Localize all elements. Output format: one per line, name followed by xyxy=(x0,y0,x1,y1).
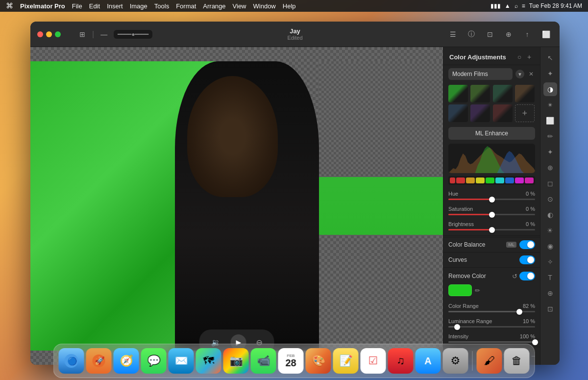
menu-format[interactable]: Format xyxy=(176,2,196,10)
thumbnail-6[interactable] xyxy=(470,104,490,122)
menu-edit[interactable]: Edit xyxy=(89,2,100,10)
clone-tool[interactable]: ⊙ xyxy=(543,192,557,206)
transform-tool[interactable]: ⊡ xyxy=(543,302,557,316)
eraser-tool[interactable]: ◻ xyxy=(543,177,557,190)
dock-settings[interactable]: ⚙ xyxy=(443,348,468,374)
dock-mail[interactable]: ✉️ xyxy=(169,348,194,374)
dock-finder[interactable]: 🔵 xyxy=(59,348,84,374)
crop-button[interactable]: ⊡ xyxy=(483,27,497,41)
hue-slider[interactable] xyxy=(448,199,535,200)
minimize-button[interactable] xyxy=(46,31,52,37)
apple-menu[interactable]: ⌘ xyxy=(6,1,13,10)
dock-launchpad[interactable]: 🚀 xyxy=(86,348,112,374)
menu-arrange[interactable]: Arrange xyxy=(203,2,225,10)
color-range-slider[interactable] xyxy=(448,311,535,312)
intensity-slider[interactable] xyxy=(448,341,535,343)
share-button[interactable]: ↑ xyxy=(520,27,534,41)
text-tool[interactable]: T xyxy=(543,271,557,284)
channel-cyan[interactable] xyxy=(495,177,504,183)
brightness-thumb[interactable] xyxy=(489,227,495,233)
panel-reset-icon[interactable]: ○ xyxy=(514,52,524,62)
menu-image[interactable]: Image xyxy=(130,2,147,10)
menu-window[interactable]: Window xyxy=(253,2,276,10)
dock-safari[interactable]: 🧭 xyxy=(114,348,139,374)
channel-pink[interactable] xyxy=(525,177,534,183)
dock-pixelmator-pro[interactable]: 🎨 xyxy=(306,348,331,374)
dock-facetime[interactable]: 📹 xyxy=(251,348,276,374)
select-tool[interactable]: ↖ xyxy=(543,51,557,65)
info-button[interactable]: ⓘ xyxy=(465,27,478,41)
preset-chevron[interactable]: ▼ xyxy=(515,70,524,78)
repair-tool[interactable]: ✦ xyxy=(543,145,557,159)
menu-tools[interactable]: Tools xyxy=(154,2,169,10)
menu-insert[interactable]: Insert xyxy=(107,2,123,10)
color-range-thumb[interactable] xyxy=(516,309,522,315)
dock-maps[interactable]: 🗺 xyxy=(196,348,221,374)
dock-calendar[interactable]: FEB 28 xyxy=(278,348,304,374)
channel-blue[interactable] xyxy=(505,177,514,183)
luminance-range-slider[interactable] xyxy=(448,326,535,328)
search-icon[interactable]: ⌕ xyxy=(514,2,518,9)
notification-icon[interactable]: ≡ xyxy=(522,2,525,9)
channel-yellow[interactable] xyxy=(476,177,485,183)
dock-appstore[interactable]: A xyxy=(416,348,441,374)
dock-photos[interactable]: 📷 xyxy=(223,348,249,374)
zoom-tool[interactable]: ⊕ xyxy=(543,286,557,300)
menu-view[interactable]: View xyxy=(233,2,246,10)
zoom-out[interactable]: — xyxy=(97,27,111,41)
panel-add-icon[interactable]: + xyxy=(524,52,534,62)
fullscreen-button[interactable] xyxy=(55,31,61,37)
saturation-thumb[interactable] xyxy=(489,212,495,218)
thumbnail-3[interactable] xyxy=(493,85,513,102)
remove-color-toggle[interactable] xyxy=(519,272,535,280)
thumbnail-7[interactable] xyxy=(493,104,513,122)
channel-red[interactable] xyxy=(456,177,465,183)
sharpen-tool[interactable]: ✧ xyxy=(543,255,557,269)
dock-reminders[interactable]: ☑ xyxy=(361,348,386,374)
thumbnail-5[interactable] xyxy=(448,104,468,122)
hue-thumb[interactable] xyxy=(489,197,495,203)
gradient-tool[interactable]: ◐ xyxy=(543,208,557,222)
swatch-edit-icon[interactable]: ✏ xyxy=(475,287,480,294)
eyedropper-tool[interactable]: ⊕ xyxy=(543,161,557,175)
preset-select[interactable]: Modern Films xyxy=(448,68,513,80)
sidebar-toggle[interactable]: ⊞ xyxy=(75,27,89,41)
luminance-range-thumb[interactable] xyxy=(454,324,460,330)
thumbnail-4[interactable] xyxy=(515,85,535,102)
brightness-slider[interactable] xyxy=(448,229,535,230)
saturation-slider[interactable] xyxy=(448,214,535,215)
dock-notes[interactable]: 📝 xyxy=(333,348,359,374)
star-tool[interactable]: ✴ xyxy=(543,98,557,112)
ml-enhance-button[interactable]: ML Enhance xyxy=(448,127,535,140)
remove-color-reset[interactable]: ↺ xyxy=(512,273,517,280)
color-adjust-tool[interactable]: ◑ xyxy=(543,82,557,96)
color-balance-toggle[interactable] xyxy=(519,240,535,249)
thumbnail-2[interactable] xyxy=(470,85,490,102)
brush-tool[interactable]: ✏ xyxy=(543,129,557,143)
thumbnail-1[interactable] xyxy=(448,85,468,102)
canvas-area[interactable]: 🔉 ▶ ⊖ xyxy=(30,47,443,365)
menu-help[interactable]: Help xyxy=(283,2,296,10)
channel-orange[interactable] xyxy=(466,177,475,183)
close-button[interactable] xyxy=(37,31,43,37)
dock-trash[interactable]: 🗑 xyxy=(504,348,530,374)
channel-green[interactable] xyxy=(486,177,494,183)
dock-pixelmator-canvas[interactable]: 🖌 xyxy=(477,348,502,374)
add-thumbnail[interactable]: + xyxy=(515,104,535,122)
panel-toggle[interactable]: ⬜ xyxy=(539,27,553,41)
preset-clear[interactable]: ✕ xyxy=(527,70,535,78)
paint-tool[interactable]: ✦ xyxy=(543,67,557,80)
channel-all[interactable] xyxy=(450,177,455,183)
curves-toggle[interactable] xyxy=(519,255,535,264)
select-rect-tool[interactable]: ⬜ xyxy=(543,114,557,127)
dock-music[interactable]: ♫ xyxy=(388,348,414,374)
blur-tool[interactable]: ◉ xyxy=(543,239,557,253)
dock-messages[interactable]: 💬 xyxy=(141,348,167,374)
layers-button[interactable]: ☰ xyxy=(446,27,460,41)
zoom-slider[interactable]: ━━━━●━━━━ xyxy=(114,30,152,39)
app-menu-name[interactable]: Pixelmator Pro xyxy=(20,2,65,10)
channel-purple[interactable] xyxy=(515,177,524,183)
export-button[interactable]: ⊕ xyxy=(502,27,515,41)
intensity-thumb[interactable] xyxy=(532,339,538,345)
sun-effect[interactable]: ☀ xyxy=(543,224,557,237)
